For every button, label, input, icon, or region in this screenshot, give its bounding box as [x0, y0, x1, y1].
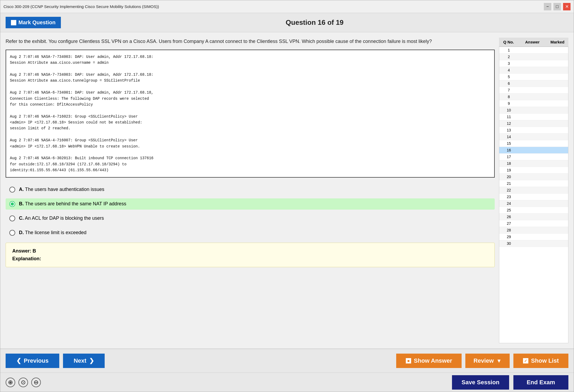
sidebar-cell-answer [517, 135, 548, 139]
sidebar-row[interactable]: 28 [499, 227, 568, 234]
sidebar-row[interactable]: 30 [499, 240, 568, 247]
mark-checkbox-icon [11, 20, 16, 25]
sidebar-cell-answer [517, 181, 548, 186]
sidebar-row[interactable]: 27 [499, 220, 568, 227]
previous-button[interactable]: ❮ Previous [6, 354, 59, 368]
sidebar-row[interactable]: 7 [499, 87, 568, 94]
sidebar-row[interactable]: 26 [499, 214, 568, 220]
zoom-out-icon: ⊖ [34, 379, 38, 386]
radio-b[interactable] [9, 201, 15, 207]
sidebar-row[interactable]: 15 [499, 140, 568, 147]
sidebar-cell-answer [517, 101, 548, 106]
sidebar-cell-answer [517, 61, 548, 66]
sidebar-row[interactable]: 3 [499, 60, 568, 67]
sidebar-row[interactable]: 19 [499, 167, 568, 174]
sidebar-row[interactable]: 25 [499, 207, 568, 214]
sidebar-cell-marked [548, 48, 567, 52]
sidebar-cell-answer [517, 188, 548, 192]
sidebar-cell-qno: 15 [501, 141, 517, 146]
sidebar-row[interactable]: 11 [499, 114, 568, 120]
sidebar-row[interactable]: 22 [499, 187, 568, 194]
sidebar-cell-answer [517, 221, 548, 226]
sidebar-row[interactable]: 2 [499, 54, 568, 60]
sidebar-row[interactable]: 6 [499, 80, 568, 87]
zoom-in-button[interactable]: ⊕ [6, 378, 15, 387]
zoom-reset-button[interactable]: ⊙ [18, 378, 28, 387]
radio-d[interactable] [9, 230, 15, 236]
sidebar-cell-answer [517, 55, 548, 59]
sidebar-row[interactable]: 5 [499, 74, 568, 80]
sidebar-row[interactable]: 20 [499, 174, 568, 180]
sidebar-cell-qno: 23 [501, 195, 517, 199]
review-button[interactable]: Review ▼ [465, 354, 510, 368]
sidebar-cell-marked [548, 108, 567, 112]
next-button[interactable]: Next ❯ [63, 354, 105, 368]
sidebar-row[interactable]: 4 [499, 67, 568, 74]
show-list-button[interactable]: ✓ Show List [513, 354, 568, 368]
sidebar-row[interactable]: 1 [499, 47, 568, 54]
option-b[interactable]: B. The users are behind the same NAT IP … [6, 198, 495, 210]
end-exam-button[interactable]: End Exam [513, 375, 568, 390]
zoom-out-button[interactable]: ⊖ [31, 378, 41, 387]
sidebar-row[interactable]: 12 [499, 120, 568, 127]
option-d-label: D. The license limit is exceeded [19, 230, 87, 235]
save-session-button[interactable]: Save Session [452, 375, 509, 390]
next-chevron-icon: ❯ [89, 357, 94, 364]
sidebar-cell-answer [517, 95, 548, 99]
sidebar-row[interactable]: 18 [499, 160, 568, 167]
sidebar-cell-marked [548, 208, 567, 212]
app-window: Cisco 300-209 (CCNP Security Implementin… [0, 0, 574, 392]
sidebar-cell-marked [548, 221, 567, 226]
sidebar-cell-marked [548, 168, 567, 172]
sidebar-cell-qno: 17 [501, 155, 517, 159]
end-exam-label: End Exam [527, 379, 555, 386]
sidebar-row[interactable]: 9 [499, 100, 568, 107]
sidebar-col-answer: Answer [517, 40, 548, 44]
sidebar-row[interactable]: 23 [499, 194, 568, 200]
sidebar-cell-qno: 16 [501, 148, 517, 152]
minimize-button[interactable]: − [544, 3, 551, 10]
sidebar-cell-answer [517, 168, 548, 172]
sidebar-cell-marked [548, 88, 567, 92]
sidebar-cell-marked [548, 75, 567, 79]
sidebar-row[interactable]: 17 [499, 154, 568, 160]
sidebar-cell-qno: 22 [501, 188, 517, 192]
show-answer-button[interactable]: ■ Show Answer [396, 354, 462, 368]
option-c[interactable]: C. An ACL for DAP is blocking the users [6, 213, 495, 224]
show-answer-checkbox-icon: ■ [406, 358, 411, 363]
sidebar-row[interactable]: 29 [499, 234, 568, 240]
sidebar-cell-qno: 14 [501, 135, 517, 139]
sidebar-list[interactable]: 1 2 3 4 5 6 7 8 [499, 47, 568, 343]
sidebar-cell-marked [548, 81, 567, 86]
close-button[interactable]: ✕ [563, 3, 571, 10]
sidebar-cell-answer [517, 48, 548, 52]
sidebar-row[interactable]: 13 [499, 127, 568, 134]
sidebar-row[interactable]: 21 [499, 180, 568, 187]
sidebar-cell-answer [517, 141, 548, 146]
sidebar-cell-marked [548, 201, 567, 206]
sidebar-cell-answer [517, 148, 548, 152]
show-answer-label: Show Answer [414, 357, 452, 364]
previous-label: Previous [24, 357, 49, 364]
sidebar-cell-answer [517, 75, 548, 79]
sidebar-cell-marked [548, 95, 567, 99]
sidebar-cell-answer [517, 161, 548, 166]
sidebar-row[interactable]: 16 [499, 147, 568, 154]
sidebar-row[interactable]: 10 [499, 107, 568, 114]
sidebar-row[interactable]: 8 [499, 94, 568, 100]
radio-c[interactable] [9, 215, 15, 221]
options-list: A. The users have authentication issues … [6, 184, 495, 238]
radio-a[interactable] [9, 187, 15, 193]
option-d[interactable]: D. The license limit is exceeded [6, 227, 495, 238]
sidebar-cell-qno: 30 [501, 241, 517, 246]
title-bar: Cisco 300-209 (CCNP Security Implementin… [0, 0, 574, 13]
sidebar-row[interactable]: 14 [499, 134, 568, 140]
option-a[interactable]: A. The users have authentication issues [6, 184, 495, 195]
sidebar-row[interactable]: 24 [499, 200, 568, 207]
sidebar-cell-answer [517, 88, 548, 92]
sidebar-cell-qno: 28 [501, 228, 517, 232]
answer-text: Answer: B [12, 248, 488, 254]
mark-question-button[interactable]: Mark Question [6, 17, 61, 28]
maximize-button[interactable]: □ [553, 3, 561, 10]
sidebar-cell-answer [517, 68, 548, 72]
